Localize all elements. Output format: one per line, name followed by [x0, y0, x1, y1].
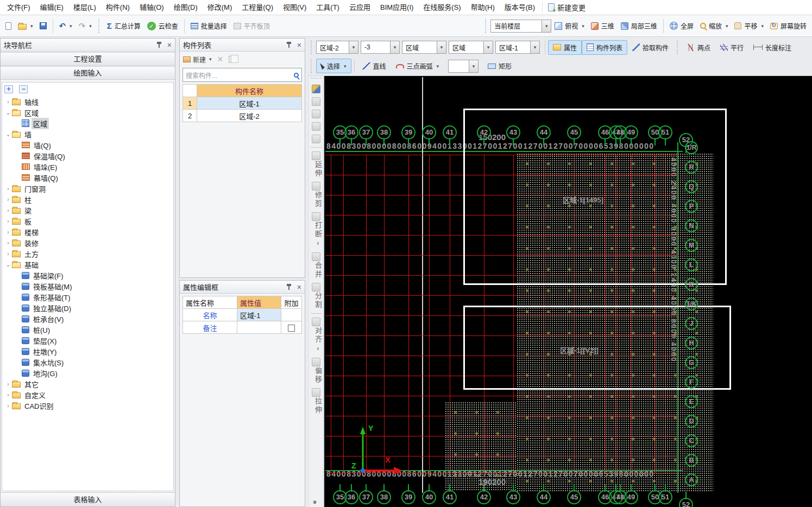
offset-tool[interactable]: 偏移 [309, 358, 323, 384]
close-icon[interactable]: × [297, 41, 301, 49]
tree-item[interactable]: ›装修 [2, 237, 173, 248]
attach-checkbox[interactable] [288, 325, 295, 332]
open-file-button[interactable]: ▾ [15, 18, 36, 34]
undo-button[interactable]: ↶▾ [56, 18, 75, 34]
menu-item[interactable]: 编辑(E) [35, 3, 68, 11]
project-settings-button[interactable]: 工程设置 [1, 52, 175, 66]
full-screen-button[interactable]: 全屏 [666, 18, 697, 34]
property-row[interactable]: 名称区域-1 [183, 309, 302, 321]
tree-item[interactable]: 垫层(X) [2, 335, 173, 346]
attributes-toggle-button[interactable]: 属性 [548, 40, 582, 55]
move-tool[interactable] [309, 122, 323, 131]
pin-icon[interactable] [157, 42, 162, 48]
component-search-input[interactable]: 搜索构件... [182, 68, 302, 82]
menu-item[interactable]: 文件(F) [2, 3, 35, 11]
menu-item[interactable]: 视图(V) [278, 3, 311, 11]
rect-tool-button[interactable]: 矩形 [483, 59, 517, 73]
align-tool[interactable]: 对齐‹ [309, 318, 323, 354]
table-input-button[interactable]: 表格输入 [1, 492, 175, 506]
length-dim-button[interactable]: 长度标注 [748, 40, 796, 55]
trim-tool[interactable]: 修剪 [309, 182, 323, 208]
menu-item[interactable]: 楼层(L) [68, 3, 101, 11]
menu-item[interactable]: 帮助(H) [466, 3, 500, 11]
tree-item[interactable]: ›CAD识别 [2, 400, 173, 411]
tree-item[interactable]: ›其它 [2, 378, 173, 389]
tree-item[interactable]: 桩承台(V) [2, 313, 173, 324]
new-file-button[interactable] [2, 18, 15, 34]
tree-arrow-icon[interactable]: › [4, 240, 12, 246]
search-icon[interactable] [294, 73, 299, 78]
menu-item[interactable]: 辅轴(O) [135, 3, 169, 11]
tree-arrow-icon[interactable]: › [4, 229, 12, 235]
break-tool[interactable]: 打断‹ [309, 212, 323, 249]
property-value[interactable]: 区域-1 [237, 309, 281, 321]
tree-item[interactable]: ›轴线 [2, 96, 173, 107]
component-list-toggle-button[interactable]: 构件列表 [582, 40, 627, 55]
tree-item[interactable]: 条形基础(T) [2, 291, 173, 302]
delete-component-button[interactable]: ✕ [217, 55, 224, 64]
property-value[interactable] [237, 321, 281, 334]
menu-item[interactable]: 云应用 [344, 3, 375, 11]
tree-arrow-icon[interactable]: ⌄ [4, 262, 12, 268]
arc3-tool-button[interactable]: 三点画弧▾ [391, 59, 444, 73]
category-select-2[interactable]: 区域▾ [449, 41, 493, 54]
tree-item[interactable]: 集水坑(S) [2, 357, 173, 367]
menu-item[interactable]: 构件(N) [101, 3, 135, 11]
nodes-tool[interactable] [309, 97, 323, 106]
tree-expand-all-button[interactable]: + [4, 85, 13, 93]
cad-canvas[interactable]: 8400830080000800860094001330012700127001… [324, 76, 812, 507]
tree-item[interactable]: 墙(Q) [2, 140, 173, 150]
tree-item[interactable]: ›梁 [2, 205, 173, 216]
tree-item[interactable]: ⌄墙 [2, 129, 173, 140]
three-d-button[interactable]: 三维 [588, 18, 618, 34]
zoom-button[interactable]: 缩放▾ [697, 18, 732, 34]
rotate-tool[interactable] [309, 135, 323, 143]
line-tool-button[interactable]: 直线 [357, 59, 391, 73]
parallel-button[interactable]: 平行 [715, 40, 748, 55]
menu-item[interactable]: 绘图(D) [169, 3, 203, 11]
floor-select[interactable]: -3▾ [361, 41, 400, 54]
redo-button[interactable]: ↷▾ [75, 18, 95, 34]
component-row[interactable]: 1区域-1 [183, 97, 302, 110]
split-tool[interactable]: 分割 [309, 283, 323, 309]
tree-arrow-icon[interactable]: › [4, 392, 12, 398]
select-tool-button[interactable]: 选择▾ [316, 59, 351, 73]
tree-item[interactable]: 区域 [2, 118, 173, 129]
component-select[interactable]: 区域-1▾ [495, 41, 540, 54]
partial-3d-button[interactable]: 局部三维 [618, 18, 660, 34]
tree-item[interactable]: ›自定义 [2, 389, 173, 400]
brush-tool[interactable] [309, 85, 323, 93]
tree-item[interactable]: ⌄基础 [2, 259, 173, 270]
arc-option-select[interactable]: ▾ [448, 60, 479, 73]
copy-component-button[interactable] [229, 56, 235, 63]
menu-item[interactable]: 工具(T) [311, 3, 344, 11]
property-row[interactable]: 备注 [183, 321, 302, 334]
new-change-button[interactable]: 新建变更 [542, 2, 591, 12]
summary-calc-button[interactable]: Σ汇总计算 [104, 18, 144, 34]
batch-select-button[interactable]: 批量选择 [187, 18, 230, 34]
tree-arrow-icon[interactable]: › [4, 197, 12, 202]
tree-arrow-icon[interactable]: ⌄ [4, 131, 12, 137]
current-floor-select[interactable]: 当前楼层 ▾ [490, 20, 551, 33]
mirror-tool[interactable] [309, 110, 323, 118]
category-select-1[interactable]: 区域▾ [402, 41, 446, 54]
new-component-button[interactable]: 新建 ▾ [183, 55, 212, 64]
screen-rotate-button[interactable]: 屏幕旋转 [767, 18, 810, 34]
tree-item[interactable]: 桩(U) [2, 324, 173, 335]
stretch-tool[interactable]: 拉伸 [309, 388, 323, 415]
menu-item[interactable]: 工程量(Q) [237, 3, 278, 11]
drawing-input-button[interactable]: 绘图输入 [1, 66, 175, 80]
component-row[interactable]: 2区域-2 [183, 110, 302, 122]
tree-arrow-icon[interactable]: › [4, 186, 12, 192]
tree-arrow-icon[interactable]: › [4, 251, 12, 257]
pin-icon[interactable] [287, 42, 292, 48]
pan-button[interactable]: 平移▾ [731, 18, 767, 34]
cloud-check-button[interactable]: ✓云检查 [144, 18, 181, 34]
more-tools-chevron-icon[interactable]: » [311, 500, 319, 504]
menu-item[interactable]: 修改(M) [203, 3, 237, 11]
tree-item[interactable]: 墙垛(E) [2, 161, 173, 172]
menu-item[interactable]: BIM应用(I) [375, 3, 418, 11]
tree-item[interactable]: ›楼梯 [2, 226, 173, 237]
tree-collapse-all-button[interactable]: − [19, 85, 28, 93]
extend-tool[interactable]: 延伸 [309, 151, 323, 178]
